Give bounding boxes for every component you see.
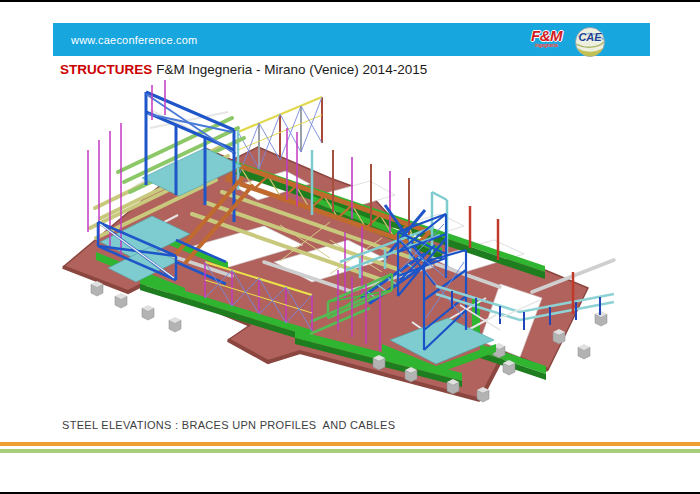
fm-logo-text: F&M bbox=[531, 28, 562, 43]
slide-top-border bbox=[0, 0, 700, 2]
page-title: STRUCTURESF&M Ingegneria - Mirano (Venic… bbox=[60, 62, 427, 77]
fm-logo-subtext: ingegneria bbox=[531, 44, 562, 49]
footer-stripe-green bbox=[0, 449, 700, 453]
footer-stripe-orange bbox=[0, 442, 700, 446]
cae-logo: CAE bbox=[572, 23, 608, 59]
model-svg bbox=[0, 80, 700, 415]
slide-caption: STEEL ELEVATIONS : BRACES UPN PROFILES A… bbox=[62, 419, 395, 431]
conference-url[interactable]: www.caeconference.com bbox=[71, 34, 197, 46]
title-keyword: STRUCTURES bbox=[60, 62, 152, 77]
title-text: F&M Ingegneria - Mirano (Venice) 2014-20… bbox=[156, 62, 427, 77]
fm-ingegneria-logo: F&M ingegneria bbox=[531, 28, 562, 49]
structural-model-3d bbox=[0, 80, 700, 415]
header-bar: www.caeconference.com F&M ingegneria CAE bbox=[53, 23, 650, 56]
cae-logo-text: CAE bbox=[578, 31, 602, 43]
slide: www.caeconference.com F&M ingegneria CAE… bbox=[0, 0, 700, 494]
